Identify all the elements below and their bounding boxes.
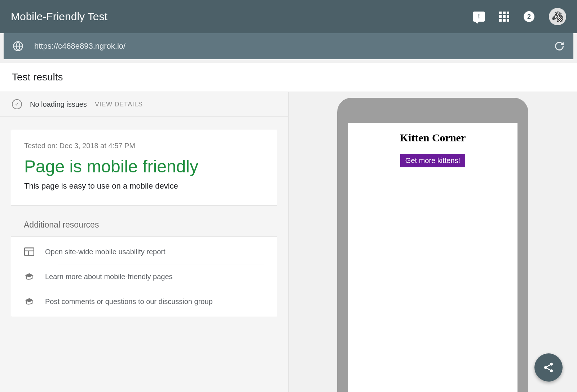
svg-rect-1 <box>25 248 34 256</box>
share-button[interactable] <box>534 353 563 382</box>
notifications-badge[interactable]: 2 <box>524 11 534 22</box>
svg-point-6 <box>550 369 553 372</box>
view-details-link[interactable]: VIEW DETAILS <box>95 101 143 108</box>
check-icon: ✓ <box>12 99 22 109</box>
result-verdict: Page is mobile friendly <box>24 157 264 176</box>
school-icon <box>24 272 34 281</box>
webpage-icon <box>24 247 34 256</box>
svg-point-5 <box>544 366 547 369</box>
refresh-icon[interactable] <box>554 41 564 51</box>
header-actions: ! 2 🦓 <box>473 8 566 25</box>
preview-page-heading: Kitten Corner <box>348 123 517 144</box>
results-header: Test results <box>0 63 577 92</box>
phone-preview-frame: Kitten Corner Get more kittens! <box>337 98 528 392</box>
svg-point-4 <box>550 363 553 366</box>
right-column: Kitten Corner Get more kittens! <box>288 92 577 392</box>
globe-icon <box>13 41 23 52</box>
resource-label: Post comments or questions to our discus… <box>45 298 213 306</box>
loading-issues-row[interactable]: ✓ No loading issues VIEW DETAILS <box>0 92 288 117</box>
preview-button: Get more kittens! <box>400 154 465 167</box>
app-title: Mobile-Friendly Test <box>11 10 107 23</box>
apps-icon[interactable] <box>499 12 509 22</box>
avatar[interactable]: 🦓 <box>549 8 566 25</box>
resource-item-discuss[interactable]: Post comments or questions to our discus… <box>11 289 277 314</box>
resources-card: Open site-wide mobile usability report L… <box>11 236 277 317</box>
phone-screen: Kitten Corner Get more kittens! <box>348 123 517 392</box>
resource-item-report[interactable]: Open site-wide mobile usability report <box>11 239 277 264</box>
resource-label: Learn more about mobile-friendly pages <box>45 273 173 281</box>
tested-on-label: Tested on: Dec 3, 2018 at 4:57 PM <box>24 142 264 150</box>
result-description: This page is easy to use on a mobile dev… <box>24 181 264 191</box>
results-title: Test results <box>12 71 565 83</box>
school-icon <box>24 297 34 306</box>
url-input[interactable]: https://c468e893.ngrok.io/ <box>34 41 543 51</box>
resource-item-learn[interactable]: Learn more about mobile-friendly pages <box>11 264 277 289</box>
content-area: ✓ No loading issues VIEW DETAILS Tested … <box>0 92 577 392</box>
url-bar: https://c468e893.ngrok.io/ <box>4 33 573 59</box>
resource-label: Open site-wide mobile usability report <box>45 248 166 256</box>
left-column: ✓ No loading issues VIEW DETAILS Tested … <box>0 92 288 392</box>
feedback-icon[interactable]: ! <box>473 12 485 22</box>
loading-status-label: No loading issues <box>30 100 87 109</box>
resources-heading: Additional resources <box>24 220 288 230</box>
result-card: Tested on: Dec 3, 2018 at 4:57 PM Page i… <box>11 130 277 206</box>
app-header: Mobile-Friendly Test ! 2 🦓 <box>0 0 577 33</box>
